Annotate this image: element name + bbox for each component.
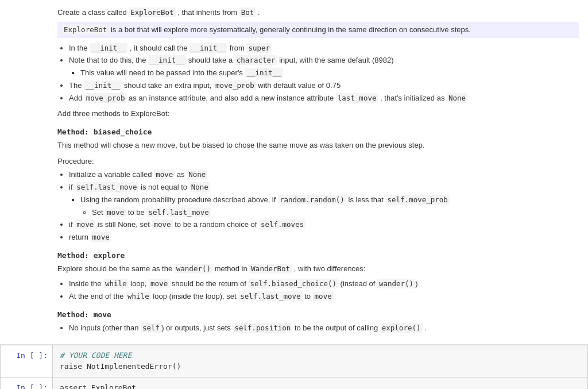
code-init1: __init__ bbox=[90, 43, 127, 53]
procedure-bullets: Initialize a variable called move as Non… bbox=[69, 169, 579, 243]
code-move2: move bbox=[105, 207, 126, 217]
bullet-2: Note that to do this, the __init__ shoul… bbox=[69, 55, 579, 79]
intro-text3: . bbox=[256, 8, 260, 17]
assert-cell[interactable]: In [ ]: assert ExploreBot bbox=[0, 378, 588, 389]
code-super: super bbox=[246, 43, 272, 53]
init-bullets: In the __init__ , it should call the __i… bbox=[69, 43, 579, 104]
code-move-prob: move_prob bbox=[214, 80, 256, 90]
code-move5: move bbox=[91, 232, 111, 242]
code-wanderbot: WanderBot bbox=[249, 264, 292, 274]
assert-code-line: assert ExploreBot bbox=[60, 382, 581, 389]
method-move-header: Method: move bbox=[57, 309, 579, 321]
code-self: self bbox=[141, 323, 161, 333]
code-explore: explore() bbox=[380, 323, 423, 333]
explorebot-desc: ExploreBot is a bot that will explore mo… bbox=[57, 22, 579, 38]
proc-2: if self.last_move is not equal to None U… bbox=[69, 182, 579, 218]
code-input-cell[interactable]: In [ ]: # YOUR CODE HERE raise NotImplem… bbox=[0, 345, 588, 378]
code-move-prob2: move_prob bbox=[84, 93, 127, 103]
code-last-move2: self.last_move bbox=[75, 182, 138, 192]
code-move-prob3: self.move_prob bbox=[386, 195, 450, 205]
procedure-label: Procedure: bbox=[57, 156, 579, 167]
code-move1: move bbox=[154, 170, 175, 179]
code-character: character bbox=[235, 55, 277, 65]
code-area[interactable]: # YOUR CODE HERE raise NotImplementedErr… bbox=[52, 345, 587, 377]
code-while1: while bbox=[103, 279, 129, 288]
explorebot-class: ExploreBot bbox=[62, 25, 109, 34]
method-label-1: Method: bbox=[57, 128, 94, 136]
explore-1: Inside the while loop, move should be th… bbox=[69, 278, 579, 290]
code-random: random.random() bbox=[278, 195, 346, 205]
method-label-3: Method: bbox=[57, 310, 94, 319]
intro-text1: Create a class called bbox=[57, 8, 129, 17]
code-none: None bbox=[447, 93, 467, 103]
method-explore-header: Method: explore bbox=[57, 250, 579, 261]
method-biased-header: Method: biased_choice bbox=[57, 126, 579, 138]
proc-2-sub-1: Using the random probability procedure d… bbox=[80, 194, 579, 218]
code-last-move: last_move bbox=[336, 93, 378, 103]
code-biased-choice: self.biased_choice() bbox=[248, 279, 338, 288]
code-move7: move bbox=[313, 291, 334, 301]
intro-text2: , that inherits from bbox=[176, 8, 239, 17]
code-init5: __init__ bbox=[84, 80, 122, 90]
code-move4: move bbox=[152, 219, 173, 229]
add-methods-text: Add three methods to ExploreBot: bbox=[57, 108, 579, 120]
instruction-cell: Create a class called ExploreBot , that … bbox=[0, 0, 588, 345]
intro-paragraph: Create a class called ExploreBot , that … bbox=[57, 7, 579, 18]
bullet-4: Add move_prob as an instance attribute, … bbox=[69, 93, 579, 104]
assert-cell-label: In [ ]: bbox=[1, 378, 52, 389]
explore-desc: Explore should be the same as the wander… bbox=[57, 263, 579, 275]
code-while2: while bbox=[126, 291, 151, 301]
notebook-container: Create a class called ExploreBot , that … bbox=[0, 0, 588, 389]
code-wander: wander() bbox=[175, 264, 212, 274]
move-bullets: No inputs (other than self) or outputs, … bbox=[69, 322, 579, 334]
code-init3: __init__ bbox=[148, 55, 186, 65]
proc-2-sub-1-sub-1: Set move to be self.last_move bbox=[92, 207, 579, 218]
code-self-moves: self.moves bbox=[259, 219, 305, 229]
proc-1: Initialize a variable called move as Non… bbox=[69, 169, 579, 180]
code-line: raise NotImplementedError() bbox=[60, 361, 581, 372]
code-none3: None bbox=[189, 182, 210, 192]
proc-4: return move bbox=[69, 232, 579, 243]
code-self-pos: self.position bbox=[233, 323, 292, 333]
code-move6: move bbox=[149, 279, 169, 288]
code-init4: __init__ bbox=[245, 68, 283, 78]
bullet-3: The __init__ should take an extra input,… bbox=[69, 80, 579, 91]
intro-class1: ExploreBot bbox=[129, 7, 175, 17]
code-self-last-move: self.last_move bbox=[238, 291, 302, 301]
code-move3: move bbox=[75, 219, 95, 229]
assert-code-area[interactable]: assert ExploreBot bbox=[52, 378, 587, 389]
code-wander2: wander() bbox=[377, 279, 415, 288]
method-label-2: Method: bbox=[57, 251, 94, 260]
cell-label-in: In [ ]: bbox=[1, 345, 52, 377]
explore-2: At the end of the while loop (inside the… bbox=[69, 291, 579, 302]
explorebot-desc-text: is a bot that will explore more systemat… bbox=[109, 25, 471, 34]
method-name-explore: explore bbox=[94, 251, 125, 260]
explore-bullets: Inside the while loop, move should be th… bbox=[69, 278, 579, 302]
method-name-move: move bbox=[94, 310, 111, 319]
bullet-1: In the __init__ , it should call the __i… bbox=[69, 43, 579, 54]
proc-2-sub-1-sub: Set move to be self.last_move bbox=[92, 207, 579, 218]
biased-desc: This method will chose a new move, but b… bbox=[57, 140, 579, 151]
code-comment: # YOUR CODE HERE bbox=[60, 350, 581, 361]
bullet-2-sub-1: This value will need to be passed into t… bbox=[80, 67, 579, 79]
intro-class2: Bot bbox=[239, 7, 256, 17]
move-1: No inputs (other than self) or outputs, … bbox=[69, 322, 579, 334]
code-init2: __init__ bbox=[189, 43, 227, 53]
method-name-biased: biased_choice bbox=[94, 128, 152, 136]
bullet-2-sub: This value will need to be passed into t… bbox=[80, 67, 579, 79]
proc-3: if move is still None, set move to be a … bbox=[69, 219, 579, 230]
code-none2: None bbox=[187, 170, 207, 179]
code-last-move3: self.last_move bbox=[146, 207, 210, 217]
proc-2-sub: Using the random probability procedure d… bbox=[80, 194, 579, 218]
